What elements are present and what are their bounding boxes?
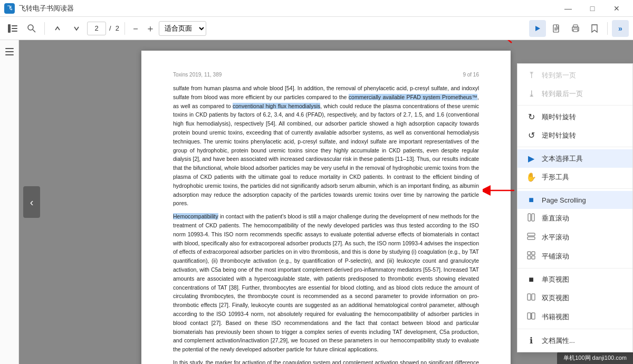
cm-text-select-label: 文本选择工具 [542, 154, 624, 164]
maximize-button[interactable]: □ [580, 0, 605, 17]
svg-rect-0 [8, 24, 11, 33]
sidebar-toggle-button[interactable] [4, 20, 21, 37]
cm-sep-3 [517, 188, 632, 189]
cm-last-page-label: 转到最后一页 [542, 89, 624, 99]
titlebar: 飞 飞转电子书阅读器 — □ ✕ [0, 0, 633, 17]
cm-text-select[interactable]: ▶ 文本选择工具 [517, 149, 632, 168]
cm-double-view-label: 双页视图 [542, 293, 624, 303]
first-page-icon: ⤒ [526, 70, 536, 80]
cm-last-page[interactable]: ⤓ 转到最后一页 [517, 84, 632, 103]
print-button[interactable] [567, 20, 584, 37]
pdf-paragraph-1: sulfate from human plasma and whole bloo… [173, 84, 479, 208]
cm-doc-props-label: 文档属性... [542, 336, 624, 346]
watermark-text: 单机100网 danji100.com [563, 355, 627, 361]
cm-page-scrolling[interactable]: ■ Page Scrolling [517, 191, 632, 209]
svg-marker-6 [535, 26, 540, 31]
svg-rect-3 [12, 31, 17, 32]
page-separator: / [109, 24, 111, 32]
svg-rect-24 [528, 256, 531, 259]
cm-tiled-scroll[interactable]: 平铺滚动 [517, 247, 632, 266]
close-button[interactable]: ✕ [605, 0, 629, 17]
zoom-minus-button[interactable]: － [129, 22, 142, 35]
svg-rect-2 [12, 28, 17, 29]
main-area: ‹ Toxins 2019, 11, 389 9 of 16 sulfate f… [0, 40, 633, 364]
pdf-page: Toxins 2019, 11, 389 9 of 16 sulfate fro… [141, 51, 511, 364]
svg-rect-25 [532, 256, 535, 259]
svg-rect-19 [532, 214, 534, 221]
cm-double-view[interactable]: 双页视图 [517, 289, 632, 308]
pdf-journal: Toxins 2019, 11, 389 [173, 72, 222, 78]
cm-first-page-label: 转到第一页 [542, 71, 624, 80]
zoom-plus-button[interactable]: ＋ [144, 22, 157, 35]
cm-page-scrolling-label: Page Scrolling [542, 196, 624, 204]
cm-horizontal-scroll[interactable]: 水平滚动 [517, 228, 632, 247]
pdf-text-content: sulfate from human plasma and whole bloo… [173, 84, 479, 364]
svg-rect-23 [532, 252, 535, 255]
svg-rect-20 [528, 233, 535, 236]
cm-single-view[interactable]: ■ 单页视图 [517, 271, 632, 289]
cm-vertical-scroll[interactable]: 垂直滚动 [517, 209, 632, 228]
red-arrow-2 [483, 180, 520, 201]
svg-point-4 [28, 25, 33, 30]
cm-first-page[interactable]: ⤒ 转到第一页 [517, 66, 632, 84]
bookmark-button[interactable] [586, 20, 603, 37]
zoom-select[interactable]: 适合页面 适合宽度 50% 75% 100% 125% 150% 200% [159, 21, 206, 36]
contents-button[interactable] [2, 44, 17, 59]
more-button[interactable]: » [612, 20, 629, 37]
svg-rect-26 [528, 294, 531, 300]
bottom-watermark: 单机100网 danji100.com [557, 352, 633, 364]
svg-rect-18 [528, 214, 531, 221]
search-button[interactable] [23, 20, 40, 37]
context-menu: ⤒ 转到第一页 ⤓ 转到最后一页 ↻ 顺时针旋转 ↺ 逆时针旋转 ▶ 文本选择工… [517, 63, 633, 352]
cm-single-view-label: 单页视图 [542, 275, 624, 284]
hand-tool-icon: ✋ [526, 172, 536, 182]
book-view-icon [526, 312, 536, 322]
pdf-viewer[interactable]: ‹ Toxins 2019, 11, 389 9 of 16 sulfate f… [19, 40, 633, 364]
rotate-ccw-icon: ↺ [526, 130, 536, 140]
pdf-page-num: 9 of 16 [463, 72, 479, 78]
svg-rect-12 [573, 29, 578, 32]
cm-doc-props[interactable]: ℹ 文档属性... [517, 331, 632, 350]
cm-rotate-ccw-label: 逆时针旋转 [542, 131, 624, 140]
doc-props-icon: ℹ [526, 336, 536, 346]
svg-rect-7 [553, 25, 559, 32]
svg-rect-21 [528, 237, 535, 240]
window-controls: — □ ✕ [556, 0, 629, 17]
svg-rect-29 [532, 313, 535, 319]
cm-book-view-label: 书籍视图 [542, 312, 624, 322]
cm-hand-tool-label: 手形工具 [542, 173, 624, 182]
left-panel [0, 40, 19, 364]
cm-rotate-ccw[interactable]: ↺ 逆时针旋转 [517, 126, 632, 145]
cm-rotate-cw-label: 顺时针旋转 [542, 112, 624, 122]
prev-page-nav[interactable]: ‹ [23, 186, 40, 218]
svg-point-14 [577, 28, 578, 29]
page-number-input[interactable] [87, 22, 106, 35]
cm-vertical-scroll-label: 垂直滚动 [542, 214, 624, 223]
page-total: 2 [116, 24, 119, 32]
toolbar-right: » [529, 20, 629, 37]
file-button[interactable] [548, 20, 565, 37]
next-page-button[interactable] [68, 20, 85, 37]
pdf-paragraph-2: Hemocompatibility in contact with the pa… [173, 212, 479, 354]
cm-sep-1 [517, 105, 632, 106]
separator-1 [44, 22, 45, 35]
svg-rect-27 [532, 294, 535, 300]
cm-hand-tool[interactable]: ✋ 手形工具 [517, 168, 632, 186]
svg-rect-1 [12, 25, 17, 26]
minimize-button[interactable]: — [556, 0, 580, 17]
app-title: 飞转电子书阅读器 [19, 4, 556, 13]
red-arrow-1 [475, 40, 517, 45]
cm-sep-2 [517, 147, 632, 147]
rotate-cw-icon: ↻ [526, 112, 536, 122]
cm-rotate-cw[interactable]: ↻ 顺时针旋转 [517, 108, 632, 126]
svg-rect-16 [5, 51, 14, 52]
text-select-icon: ▶ [526, 154, 536, 164]
vertical-scroll-icon [526, 213, 536, 224]
cm-horizontal-scroll-label: 水平滚动 [542, 233, 624, 242]
play-button[interactable] [529, 20, 546, 37]
prev-page-button[interactable] [49, 20, 66, 37]
cm-sep-5 [517, 329, 632, 329]
cm-book-view[interactable]: 书籍视图 [517, 308, 632, 327]
last-page-icon: ⤓ [526, 89, 536, 99]
app-icon: 飞 [4, 3, 15, 14]
